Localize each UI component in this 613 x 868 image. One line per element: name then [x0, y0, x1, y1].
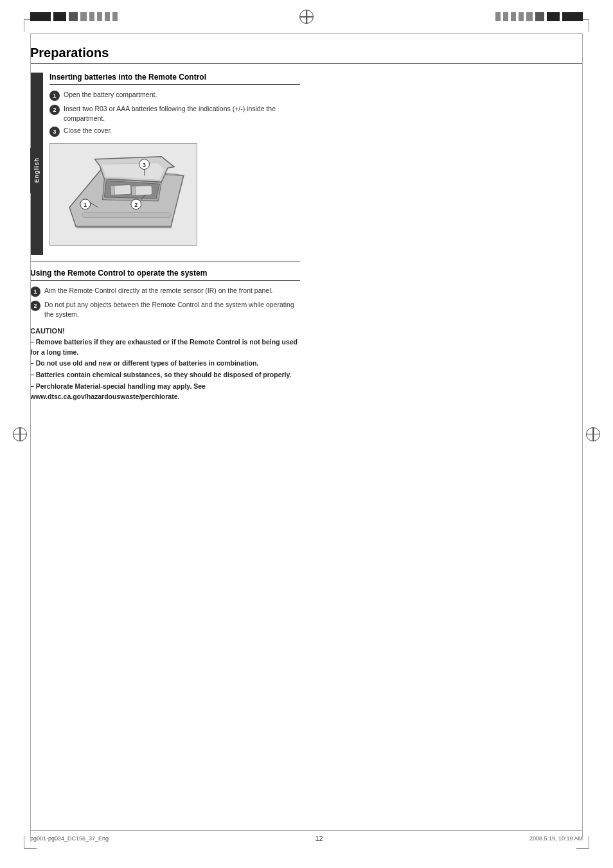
center-reg-mark [299, 10, 314, 24]
right-border [582, 33, 583, 837]
left-column: Inserting batteries into the Remote Cont… [30, 67, 300, 403]
bar-block [503, 12, 508, 21]
step3-text: Close the cover. [64, 126, 300, 136]
language-label: English [33, 157, 40, 183]
bar-block [89, 12, 94, 21]
step1-text: Open the battery compartment. [64, 90, 300, 100]
bar-block [69, 12, 78, 21]
step-item: 2 Do not put any objects between the Rem… [30, 300, 300, 319]
right-crosshair-icon [586, 427, 600, 441]
step-number-1: 1 [49, 91, 60, 101]
step2-text: Insert two R03 or AAA batteries followin… [64, 104, 300, 123]
bottom-rule [30, 830, 583, 831]
section2-step1-text: Aim the Remote Control directly at the r… [44, 286, 300, 296]
page: English Preparations Inserting batteries… [0, 0, 613, 868]
step-item: 1 Aim the Remote Control directly at the… [30, 286, 300, 297]
bar-segment-left [30, 12, 118, 21]
svg-rect-6 [111, 186, 115, 195]
section-using-remote: Using the Remote Control to operate the … [30, 261, 300, 403]
bottom-right-text: 2008.5.19, 10:19 AM [529, 835, 583, 842]
step-item: 1 Open the battery compartment. [49, 90, 300, 101]
caution-item-4: – Perchlorate Material-special handling … [30, 382, 300, 402]
step-item: 3 Close the cover. [49, 126, 300, 137]
section2-step2-text: Do not put any objects between the Remot… [44, 300, 300, 319]
bar-block [511, 12, 516, 21]
svg-text:1: 1 [84, 202, 87, 208]
bar-block [535, 12, 544, 21]
section-divider [30, 261, 300, 262]
bar-block [53, 12, 66, 21]
bar-block [547, 12, 560, 21]
step-number-s2-1: 1 [30, 287, 40, 297]
caution-title: CAUTION! [30, 327, 300, 335]
bar-block [526, 12, 533, 21]
step-number-2: 2 [49, 105, 60, 115]
bar-segment-right [495, 12, 583, 21]
top-decorative-bar [0, 0, 613, 33]
svg-rect-8 [131, 186, 136, 196]
section1-title: Inserting batteries into the Remote Cont… [49, 73, 300, 85]
content-area: Preparations Inserting batteries into th… [30, 34, 583, 403]
bar-block [80, 12, 87, 21]
caution-item-1: – Remove batteries if they are exhausted… [30, 337, 300, 358]
step-number-3: 3 [49, 127, 60, 137]
section-inserting-batteries: Inserting batteries into the Remote Cont… [30, 73, 300, 255]
left-crosshair-icon [13, 427, 27, 441]
right-column [313, 67, 583, 403]
page-number: 12 [315, 835, 323, 842]
section2-content: Using the Remote Control to operate the … [30, 269, 300, 403]
language-tab: English [30, 148, 43, 193]
caution-item-2: – Do not use old and new or different ty… [30, 359, 300, 369]
bar-block [30, 12, 51, 21]
bar-block [562, 12, 583, 21]
section1-content: Inserting batteries into the Remote Cont… [49, 73, 300, 255]
remote-control-image: 1 2 3 [49, 143, 197, 246]
caution-item-3: – Batteries contain chemical substances,… [30, 370, 300, 380]
two-column-layout: Inserting batteries into the Remote Cont… [30, 67, 583, 403]
bottom-area: pg001-pg024_DC156_37_Eng 12 2008.5.19, 1… [0, 830, 613, 842]
svg-marker-21 [76, 227, 172, 229]
bottom-left-text: pg001-pg024_DC156_37_Eng [30, 835, 109, 842]
section2-flex: Using the Remote Control to operate the … [30, 269, 300, 403]
section2-title: Using the Remote Control to operate the … [30, 269, 300, 281]
bar-block [519, 12, 524, 21]
step-item: 2 Insert two R03 or AAA batteries follow… [49, 104, 300, 123]
svg-text:3: 3 [143, 162, 146, 168]
bar-block [112, 12, 118, 21]
bar-block [105, 12, 110, 21]
svg-rect-20 [82, 213, 171, 218]
step-number-s2-2: 2 [30, 301, 40, 311]
bar-block [495, 12, 501, 21]
caution-section: CAUTION! – Remove batteries if they are … [30, 327, 300, 402]
bar-block [97, 12, 102, 21]
svg-text:2: 2 [134, 202, 138, 208]
page-title: Preparations [30, 46, 583, 64]
bottom-info: pg001-pg024_DC156_37_Eng 12 2008.5.19, 1… [30, 835, 583, 842]
